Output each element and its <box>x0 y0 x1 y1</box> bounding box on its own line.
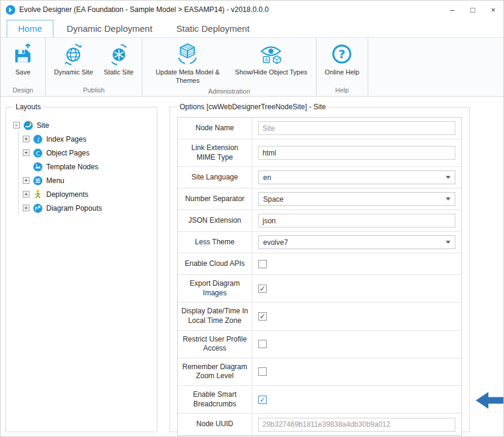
expand-toggle-icon[interactable]: + <box>23 149 29 156</box>
maximize-button[interactable]: □ <box>463 1 483 19</box>
site-language-select[interactable]: en <box>258 170 455 184</box>
collapse-toggle-icon[interactable]: − <box>13 122 20 128</box>
node-uuid-input <box>258 418 455 432</box>
field-row-link-extension-mime-type: Link Extension MIME Type <box>178 139 461 167</box>
main-area: Layouts −Site +iIndex Pages+CObject Page… <box>1 97 503 437</box>
minimize-icon: – <box>450 5 454 14</box>
expand-toggle-icon[interactable]: + <box>23 191 29 197</box>
diagram-popouts-icon <box>32 203 43 214</box>
tab-static-deployment[interactable]: Static Deployment <box>166 20 261 37</box>
tab-home[interactable]: Home <box>7 20 53 37</box>
tree-item-object-pages[interactable]: +CObject Pages <box>23 146 150 160</box>
tree-item-label: Template Nodes <box>46 163 99 171</box>
field-row-display-date-time-in-local-time-zone: Display Date/Time In Local Time Zone <box>178 303 461 330</box>
field-row-less-theme: Less Themeevolve7 <box>178 232 461 253</box>
expand-toggle-icon[interactable]: + <box>23 205 29 211</box>
field-row-number-separator: Number SeparatorSpace <box>178 188 461 210</box>
online-help-button[interactable]: ?Online Help <box>320 40 364 78</box>
tree-item-label: Menu <box>46 176 64 185</box>
static-site-icon <box>106 41 132 67</box>
field-label: Node UUID <box>178 414 252 435</box>
ribbon-group-name: Administration <box>146 86 312 97</box>
template-nodes-icon <box>32 161 43 172</box>
restrict-user-profile-access-checkbox[interactable] <box>258 340 267 348</box>
field-label: Node Name <box>178 118 252 139</box>
selected-value: Space <box>263 195 284 203</box>
field-row-remember-diagram-zoom-level: Remember Diagram Zoom Level <box>178 358 461 386</box>
enable-smart-breadcrumbs-checkbox[interactable] <box>258 396 267 404</box>
tab-dynamic-deployment[interactable]: Dynamic Deployment <box>56 20 163 37</box>
selected-value: en <box>263 173 271 182</box>
field-label: Enable Cloud APIs <box>178 253 252 274</box>
remember-diagram-zoom-level-checkbox[interactable] <box>258 367 267 376</box>
less-theme-select[interactable]: evolve7 <box>258 235 455 249</box>
ribbon-button-label: Online Help <box>325 68 359 77</box>
field-label: Enable Smart Breadcrumbs <box>178 386 252 413</box>
field-label: Export Diagram Images <box>178 275 252 302</box>
field-label: Link Extension MIME Type <box>178 139 252 166</box>
menu-icon <box>32 175 43 186</box>
dynamic-site-button[interactable]: Dynamic Site <box>49 40 98 78</box>
layouts-tree: −Site +iIndex Pages+CObject PagesTemplat… <box>13 117 150 215</box>
display-date-time-in-local-time-zone-checkbox[interactable] <box>258 312 267 321</box>
window-controls: –□× <box>442 1 503 19</box>
enable-cloud-apis-checkbox[interactable] <box>258 260 267 268</box>
ribbon-group-administration: Update Meta Model & ThemesAShow/Hide Obj… <box>142 38 316 96</box>
chevron-down-icon <box>446 176 451 179</box>
minimize-button[interactable]: – <box>442 1 463 19</box>
tree-item-label: Diagram Popouts <box>46 204 102 212</box>
save-button[interactable]: Save <box>4 40 41 78</box>
maximize-icon: □ <box>470 5 475 14</box>
tree-item-site[interactable]: −Site <box>13 118 150 132</box>
options-panel-title: Options [cwWebDesignerTreeNodeSite] - Si… <box>177 103 328 111</box>
tree-item-deployments[interactable]: +Deployments <box>23 187 150 201</box>
ribbon-group-publish: Dynamic SiteStatic SitePublish <box>46 38 142 96</box>
json-extension-input[interactable] <box>258 214 455 228</box>
field-row-enable-smart-breadcrumbs: Enable Smart Breadcrumbs <box>178 386 461 414</box>
svg-text:A: A <box>265 57 269 62</box>
tree-item-label: Index Pages <box>46 135 87 143</box>
field-label: Less Theme <box>178 232 252 253</box>
ribbon-button-label: Show/Hide Object Types <box>235 68 307 77</box>
field-label: Number Separator <box>178 188 252 209</box>
meta-model-icon <box>175 41 200 67</box>
static-site-button[interactable]: Static Site <box>99 40 139 78</box>
node-name-input <box>258 121 455 135</box>
expand-toggle-icon[interactable]: + <box>23 136 29 142</box>
close-button[interactable]: × <box>483 1 503 19</box>
field-row-node-uuid: Node UUID <box>178 414 461 435</box>
deployments-icon <box>32 189 43 200</box>
svg-text:C: C <box>36 149 40 156</box>
tree-item-menu[interactable]: +Menu <box>23 173 150 187</box>
show-hide-icon: A <box>258 41 284 67</box>
annotation-arrow <box>476 391 503 410</box>
svg-text:?: ? <box>339 47 346 61</box>
tree-item-label: Object Pages <box>46 149 90 157</box>
number-separator-select[interactable]: Space <box>258 192 455 206</box>
ribbon-button-label: Save <box>15 68 30 77</box>
ribbon-button-label: Update Meta Model & Themes <box>151 68 224 85</box>
window-title: Evolve Designer (EA Foundation - Sample … <box>19 5 269 14</box>
field-row-json-extension: JSON Extension <box>178 210 461 232</box>
show-hide-object-types-button[interactable]: AShow/Hide Object Types <box>230 40 312 78</box>
field-label: Display Date/Time In Local Time Zone <box>178 303 252 330</box>
export-diagram-images-checkbox[interactable] <box>258 285 267 293</box>
tree-item-diagram-popouts[interactable]: +Diagram Popouts <box>23 201 150 215</box>
ribbon-group-name: Publish <box>49 85 138 96</box>
options-panel: Options [cwWebDesignerTreeNodeSite] - Si… <box>169 103 470 432</box>
link-extension-mime-type-input[interactable] <box>258 146 455 160</box>
ribbon-group-name: Design <box>4 85 41 96</box>
field-row-site-language: Site Languageen <box>178 167 461 188</box>
update-meta-model-themes-button[interactable]: Update Meta Model & Themes <box>146 40 229 86</box>
ribbon: SaveDesignDynamic SiteStatic SitePublish… <box>1 37 503 97</box>
site-icon <box>23 120 34 131</box>
expand-toggle-icon[interactable]: + <box>23 177 29 184</box>
tree-item-index-pages[interactable]: +iIndex Pages <box>23 132 150 146</box>
options-form: Node NameLink Extension MIME TypeSite La… <box>177 117 462 436</box>
ribbon-button-label: Static Site <box>104 68 134 77</box>
field-row-restrict-user-profile-access: Restrict User Profile Access <box>178 331 461 358</box>
save-icon <box>10 41 35 67</box>
tree-item-template-nodes[interactable]: Template Nodes <box>23 160 150 173</box>
tree-children: +iIndex Pages+CObject PagesTemplate Node… <box>18 132 150 215</box>
index-pages-icon: i <box>32 134 43 145</box>
